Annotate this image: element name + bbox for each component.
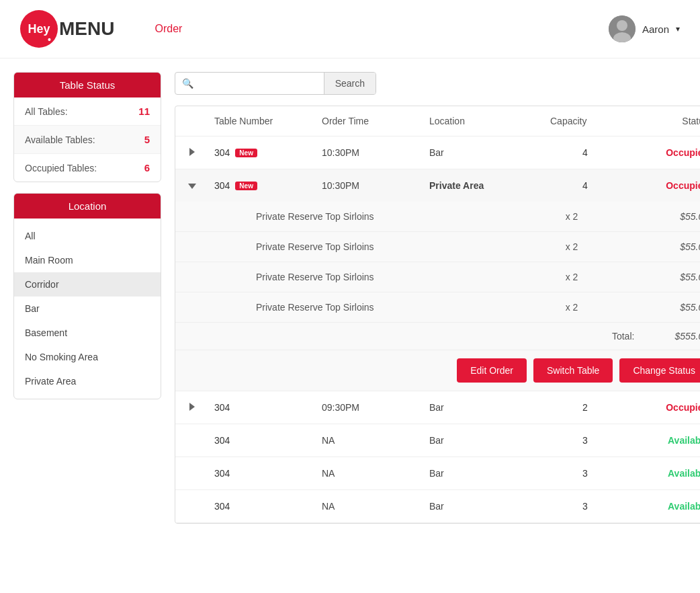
- occupied-tables-item: Occupied Tables: 6: [14, 154, 161, 182]
- change-status-button[interactable]: Change Status: [619, 358, 700, 383]
- table-row-main[interactable]: 304 09:30PM Bar 2 Occupied: [175, 391, 700, 424]
- sidebar: Table Status All Tables: 11 Available Ta…: [13, 72, 161, 524]
- main-content: Table Status All Tables: 11 Available Ta…: [0, 58, 700, 537]
- expand-arrow[interactable]: [175, 145, 209, 161]
- total-row: Total: $555.00: [175, 323, 700, 350]
- location-item-basement[interactable]: Basement: [14, 321, 161, 345]
- capacity-cell: 4: [545, 177, 625, 194]
- order-item-qty: x 2: [518, 272, 625, 282]
- table-row-main[interactable]: 304 New 10:30PM Bar 4 Occupied: [175, 136, 700, 169]
- table-number-cell: 304: [209, 399, 316, 416]
- search-input[interactable]: [200, 73, 324, 94]
- occupied-tables-count: 6: [144, 162, 150, 173]
- user-dropdown-icon[interactable]: ▾: [676, 24, 680, 34]
- table-number-cell: 304: [209, 465, 316, 481]
- col-arrow: [175, 113, 209, 129]
- table-grid: Table Number Order Time Location Capacit…: [175, 106, 700, 524]
- table-number: 304: [214, 468, 230, 479]
- location-cell: Bar: [424, 465, 545, 481]
- table-status-header: Table Status: [14, 73, 161, 97]
- table-row-main[interactable]: 304 NA Bar 3 Available: [175, 457, 700, 489]
- col-status: Status: [625, 113, 700, 129]
- capacity-cell: 3: [545, 498, 625, 514]
- order-item-row: Private Reserve Top Sirloins x 2 $55.00: [175, 262, 700, 292]
- arrow-right-icon: [189, 148, 195, 156]
- expand-arrow: [175, 471, 209, 476]
- right-content: 🔍 Search Table Number Order Time Locatio…: [175, 72, 700, 524]
- location-cell: Bar: [424, 145, 545, 161]
- order-item-row: Private Reserve Top Sirloins x 2 $55.00: [175, 292, 700, 323]
- capacity-cell: 2: [545, 399, 625, 416]
- table-row: 304 New 10:30PM Bar 4 Occupied: [175, 136, 700, 169]
- status-cell: Occupied: [625, 145, 700, 161]
- table-header: Table Number Order Time Location Capacit…: [175, 106, 700, 136]
- table-status-card: Table Status All Tables: 11 Available Ta…: [13, 72, 161, 182]
- available-tables-count: 5: [144, 134, 150, 145]
- col-capacity: Capacity: [545, 113, 625, 129]
- location-item-no-smoking[interactable]: No Smoking Area: [14, 345, 161, 369]
- header: Hey MENU Order Aaron ▾: [0, 0, 700, 58]
- col-location: Location: [424, 113, 545, 129]
- table-number-cell: 304 New: [209, 177, 316, 194]
- order-item-row: Private Reserve Top Sirloins x 2 $55.00: [175, 202, 700, 232]
- status-cell: Occupied: [625, 177, 700, 194]
- occupied-tables-label: Occupied Tables:: [25, 163, 97, 173]
- table-number: 304: [214, 147, 230, 158]
- status-badge: Occupied: [666, 402, 700, 413]
- switch-table-button[interactable]: Switch Table: [533, 358, 613, 383]
- status-badge: Occupied: [666, 180, 700, 191]
- expand-arrow[interactable]: [175, 399, 209, 416]
- search-bar: 🔍 Search: [175, 72, 376, 95]
- capacity-cell: 4: [545, 145, 625, 161]
- col-table-number: Table Number: [209, 113, 316, 129]
- search-button[interactable]: Search: [324, 73, 376, 94]
- expand-arrow: [175, 504, 209, 509]
- location-cell: Bar: [424, 498, 545, 514]
- arrow-right-icon: [189, 403, 195, 411]
- location-item-main-room[interactable]: Main Room: [14, 248, 161, 272]
- expand-arrow: [175, 438, 209, 443]
- table-number: 304: [214, 435, 230, 446]
- action-row: Edit Order Switch Table Change Status: [175, 350, 700, 391]
- total-label: Total:: [612, 331, 634, 342]
- status-cell: Occupied: [625, 399, 700, 416]
- capacity-cell: 3: [545, 465, 625, 481]
- location-cell: Private Area: [424, 177, 545, 194]
- order-time-cell: NA: [316, 498, 424, 514]
- table-number: 304: [214, 501, 230, 512]
- table-row-main-expanded[interactable]: 304 New 10:30PM Private Area 4 Occupied: [175, 169, 700, 202]
- avatar-img: [609, 15, 636, 42]
- location-item-all[interactable]: All: [14, 224, 161, 248]
- order-item-price: $55.00: [625, 241, 700, 252]
- arrow-down-icon: [188, 184, 196, 189]
- order-time-cell: 09:30PM: [316, 399, 424, 416]
- table-row-main[interactable]: 304 NA Bar 3 Available: [175, 424, 700, 457]
- available-tables-item: Available Tables: 5: [14, 126, 161, 154]
- order-item-price: $55.00: [625, 302, 700, 313]
- order-item-row: Private Reserve Top Sirloins x 2 $55.00: [175, 232, 700, 262]
- location-item-bar[interactable]: Bar: [14, 296, 161, 321]
- nav-order[interactable]: Order: [155, 23, 182, 35]
- logo-icon: Hey: [20, 10, 58, 48]
- status-badge: Occupied: [666, 147, 700, 158]
- new-badge: New: [235, 149, 257, 157]
- order-time-cell: 10:30PM: [316, 177, 424, 194]
- logo: Hey MENU: [20, 10, 114, 48]
- order-item-qty: x 2: [518, 241, 625, 252]
- location-item-private-area[interactable]: Private Area: [14, 369, 161, 393]
- order-time-cell: 10:30PM: [316, 145, 424, 161]
- table-number: 304: [214, 402, 230, 413]
- table-row: 304 New 10:30PM Private Area 4 Occupied …: [175, 169, 700, 391]
- available-tables-label: Available Tables:: [25, 134, 95, 145]
- table-row-main[interactable]: 304 NA Bar 3 Available: [175, 490, 700, 522]
- expand-arrow[interactable]: [175, 177, 209, 194]
- table-row: 304 NA Bar 3 Available: [175, 490, 700, 523]
- all-tables-count: 11: [138, 106, 150, 117]
- user-name: Aaron: [642, 24, 669, 35]
- order-item-price: $55.00: [625, 211, 700, 222]
- all-tables-label: All Tables:: [25, 106, 68, 117]
- location-item-corridor[interactable]: Corridor: [14, 272, 161, 296]
- location-card: Location All Main Room Corridor Bar Base…: [13, 193, 161, 399]
- edit-order-button[interactable]: Edit Order: [457, 358, 527, 383]
- order-item-name: Private Reserve Top Sirloins: [209, 239, 518, 255]
